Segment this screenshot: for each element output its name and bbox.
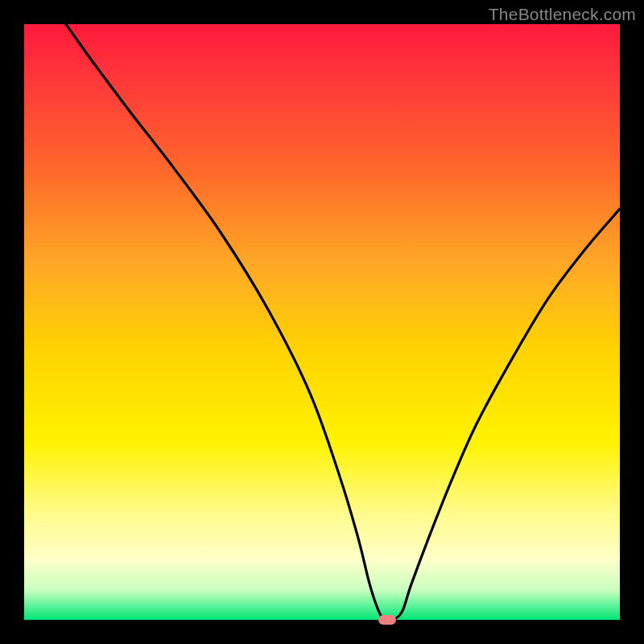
watermark-text: TheBottleneck.com [489,5,636,24]
minimum-marker [378,615,396,625]
chart-frame: TheBottleneck.com [0,0,644,644]
plot-area [24,24,620,620]
bottleneck-curve [24,24,620,620]
